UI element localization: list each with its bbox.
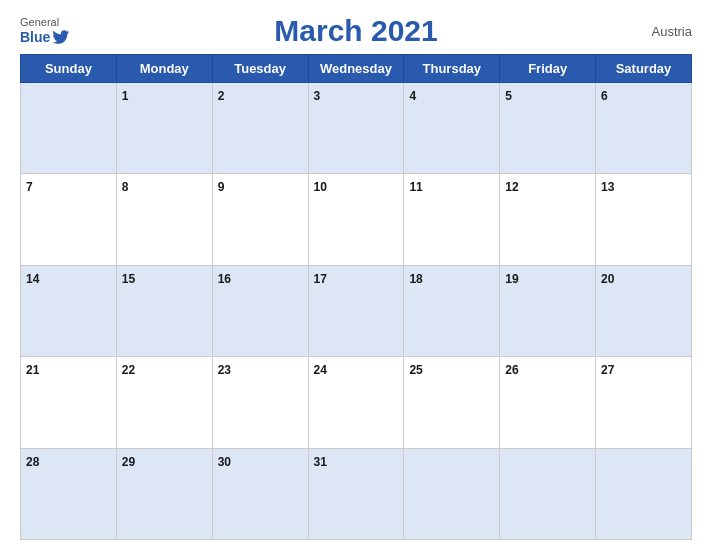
day-cell-26: 26 bbox=[500, 357, 596, 448]
day-number: 28 bbox=[26, 455, 39, 469]
day-number: 13 bbox=[601, 180, 614, 194]
day-cell-19: 19 bbox=[500, 265, 596, 356]
day-cell-13: 13 bbox=[596, 174, 692, 265]
week-row-1: 123456 bbox=[21, 83, 692, 174]
day-number: 25 bbox=[409, 363, 422, 377]
weekday-header-row: SundayMondayTuesdayWednesdayThursdayFrid… bbox=[21, 55, 692, 83]
day-number: 2 bbox=[218, 89, 225, 103]
day-number: 8 bbox=[122, 180, 129, 194]
day-cell-14: 14 bbox=[21, 265, 117, 356]
weekday-header-tuesday: Tuesday bbox=[212, 55, 308, 83]
day-number: 30 bbox=[218, 455, 231, 469]
weekday-header-wednesday: Wednesday bbox=[308, 55, 404, 83]
day-cell-4: 4 bbox=[404, 83, 500, 174]
weekday-header-monday: Monday bbox=[116, 55, 212, 83]
day-cell-27: 27 bbox=[596, 357, 692, 448]
day-number: 24 bbox=[314, 363, 327, 377]
day-number: 12 bbox=[505, 180, 518, 194]
day-cell-20: 20 bbox=[596, 265, 692, 356]
day-number: 19 bbox=[505, 272, 518, 286]
day-number: 23 bbox=[218, 363, 231, 377]
logo: General Blue bbox=[20, 17, 70, 46]
day-cell-1: 1 bbox=[116, 83, 212, 174]
day-number: 20 bbox=[601, 272, 614, 286]
day-number: 3 bbox=[314, 89, 321, 103]
day-cell-29: 29 bbox=[116, 448, 212, 539]
day-number: 18 bbox=[409, 272, 422, 286]
day-cell-3: 3 bbox=[308, 83, 404, 174]
calendar-table: SundayMondayTuesdayWednesdayThursdayFrid… bbox=[20, 54, 692, 540]
weekday-header-saturday: Saturday bbox=[596, 55, 692, 83]
day-number: 29 bbox=[122, 455, 135, 469]
week-row-2: 78910111213 bbox=[21, 174, 692, 265]
day-number: 16 bbox=[218, 272, 231, 286]
logo-general-text: General bbox=[20, 17, 59, 28]
day-number: 27 bbox=[601, 363, 614, 377]
day-cell-23: 23 bbox=[212, 357, 308, 448]
day-cell-8: 8 bbox=[116, 174, 212, 265]
week-row-5: 28293031 bbox=[21, 448, 692, 539]
day-cell-28: 28 bbox=[21, 448, 117, 539]
empty-cell bbox=[21, 83, 117, 174]
day-cell-11: 11 bbox=[404, 174, 500, 265]
empty-cell bbox=[596, 448, 692, 539]
day-number: 9 bbox=[218, 180, 225, 194]
week-row-4: 21222324252627 bbox=[21, 357, 692, 448]
day-cell-21: 21 bbox=[21, 357, 117, 448]
logo-blue-text: Blue bbox=[20, 28, 70, 46]
day-number: 5 bbox=[505, 89, 512, 103]
page-title: March 2021 bbox=[274, 14, 437, 48]
day-cell-16: 16 bbox=[212, 265, 308, 356]
day-number: 31 bbox=[314, 455, 327, 469]
country-label: Austria bbox=[652, 24, 692, 39]
weekday-header-sunday: Sunday bbox=[21, 55, 117, 83]
day-cell-6: 6 bbox=[596, 83, 692, 174]
day-cell-5: 5 bbox=[500, 83, 596, 174]
day-cell-12: 12 bbox=[500, 174, 596, 265]
day-number: 7 bbox=[26, 180, 33, 194]
day-number: 1 bbox=[122, 89, 129, 103]
day-cell-18: 18 bbox=[404, 265, 500, 356]
day-cell-7: 7 bbox=[21, 174, 117, 265]
day-number: 10 bbox=[314, 180, 327, 194]
day-number: 4 bbox=[409, 89, 416, 103]
day-cell-25: 25 bbox=[404, 357, 500, 448]
weekday-header-friday: Friday bbox=[500, 55, 596, 83]
day-cell-9: 9 bbox=[212, 174, 308, 265]
day-cell-31: 31 bbox=[308, 448, 404, 539]
day-number: 15 bbox=[122, 272, 135, 286]
empty-cell bbox=[404, 448, 500, 539]
day-number: 21 bbox=[26, 363, 39, 377]
empty-cell bbox=[500, 448, 596, 539]
day-number: 11 bbox=[409, 180, 422, 194]
weekday-header-thursday: Thursday bbox=[404, 55, 500, 83]
day-number: 22 bbox=[122, 363, 135, 377]
day-cell-2: 2 bbox=[212, 83, 308, 174]
day-cell-15: 15 bbox=[116, 265, 212, 356]
day-number: 6 bbox=[601, 89, 608, 103]
day-cell-22: 22 bbox=[116, 357, 212, 448]
logo-bird-icon bbox=[52, 28, 70, 46]
day-cell-17: 17 bbox=[308, 265, 404, 356]
day-number: 14 bbox=[26, 272, 39, 286]
day-cell-30: 30 bbox=[212, 448, 308, 539]
calendar-header: General Blue March 2021 Austria bbox=[20, 14, 692, 48]
day-cell-24: 24 bbox=[308, 357, 404, 448]
day-cell-10: 10 bbox=[308, 174, 404, 265]
day-number: 26 bbox=[505, 363, 518, 377]
day-number: 17 bbox=[314, 272, 327, 286]
week-row-3: 14151617181920 bbox=[21, 265, 692, 356]
